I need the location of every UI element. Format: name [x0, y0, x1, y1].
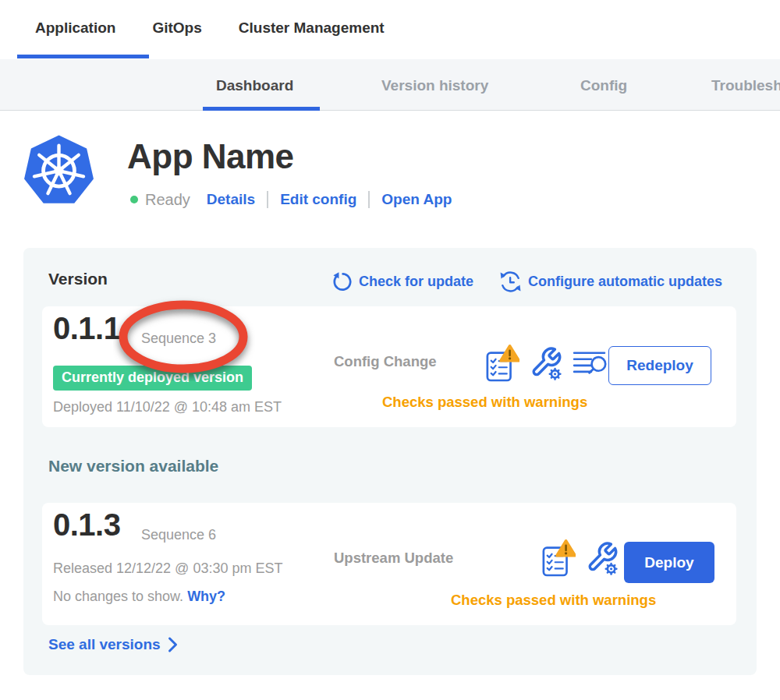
- check-for-update-link[interactable]: Check for update: [332, 272, 473, 292]
- why-link[interactable]: Why?: [187, 589, 225, 604]
- auto-update-clock-icon: [500, 271, 521, 292]
- available-version-number: 0.1.3: [53, 507, 120, 543]
- version-panel-actions: Check for update Configure automatic upd…: [332, 271, 722, 292]
- configure-automatic-updates-label: Configure automatic updates: [528, 274, 722, 290]
- active-subtab-underline: [203, 107, 320, 111]
- config-wrench-gear-icon[interactable]: [586, 540, 619, 577]
- edit-config-link[interactable]: Edit config: [280, 191, 356, 208]
- app-status-row: Ready Details Edit config Open App: [130, 189, 452, 210]
- version-panel: Version Check for update Configure autom…: [23, 248, 757, 675]
- currently-deployed-badge: Currently deployed version: [53, 366, 252, 391]
- version-source-label: Upstream Update: [334, 550, 453, 567]
- deploy-button[interactable]: Deploy: [624, 542, 714, 583]
- chevron-right-icon: [168, 636, 178, 653]
- redeploy-button[interactable]: Redeploy: [608, 346, 711, 385]
- config-wrench-gear-icon[interactable]: [530, 345, 562, 382]
- tab-application[interactable]: Application: [35, 19, 115, 37]
- app-screen: Application GitOps Cluster Management Da…: [0, 0, 780, 700]
- checks-status-text: Checks passed with warnings: [451, 592, 656, 609]
- see-all-versions-label: See all versions: [48, 636, 161, 653]
- divider: [267, 191, 268, 208]
- sub-nav: Dashboard Version history Config Trouble…: [0, 59, 780, 111]
- details-link[interactable]: Details: [207, 191, 255, 208]
- available-version-icons: [541, 539, 619, 578]
- release-notes-icon[interactable]: [573, 349, 607, 377]
- current-version-card: 0.1.1 Sequence 3 Currently deployed vers…: [42, 306, 736, 427]
- refresh-icon: [332, 272, 352, 292]
- checks-status-text: Checks passed with warnings: [382, 394, 587, 411]
- tab-dashboard[interactable]: Dashboard: [216, 77, 293, 94]
- see-all-versions-link[interactable]: See all versions: [48, 636, 178, 653]
- page-title: App Name: [127, 137, 294, 176]
- preflight-checks-icon[interactable]: [541, 539, 576, 578]
- status-badge: Ready: [145, 191, 190, 209]
- available-version-sequence: Sequence 6: [141, 527, 216, 543]
- divider: [368, 191, 370, 208]
- no-changes-text: No changes to show. Why?: [53, 589, 225, 605]
- available-version-card: 0.1.3 Sequence 6 Released 12/12/22 @ 03:…: [42, 503, 736, 625]
- status-dot-icon: [130, 196, 138, 203]
- active-tab-underline: [17, 55, 149, 58]
- configure-automatic-updates-link[interactable]: Configure automatic updates: [500, 271, 722, 292]
- tab-config[interactable]: Config: [580, 77, 627, 94]
- kubernetes-logo-icon: [22, 133, 96, 210]
- preflight-checks-icon[interactable]: [485, 344, 519, 383]
- current-version-sequence: Sequence 3: [141, 331, 216, 347]
- tab-cluster-management[interactable]: Cluster Management: [239, 19, 385, 37]
- new-version-heading: New version available: [48, 457, 218, 476]
- tab-version-history[interactable]: Version history: [381, 77, 488, 94]
- open-app-link[interactable]: Open App: [381, 191, 452, 208]
- version-panel-title: Version: [48, 270, 108, 288]
- top-nav: Application GitOps Cluster Management: [0, 0, 780, 59]
- check-for-update-label: Check for update: [359, 274, 473, 290]
- current-version-number: 0.1.1: [53, 311, 120, 346]
- deployed-timestamp: Deployed 11/10/22 @ 10:48 am EST: [53, 399, 282, 415]
- tab-gitops[interactable]: GitOps: [152, 19, 201, 37]
- tab-troubleshoot[interactable]: Troubleshoot: [711, 77, 780, 94]
- released-timestamp: Released 12/12/22 @ 03:30 pm EST: [53, 560, 282, 577]
- current-version-icons: [485, 344, 607, 383]
- version-source-label: Config Change: [334, 353, 437, 370]
